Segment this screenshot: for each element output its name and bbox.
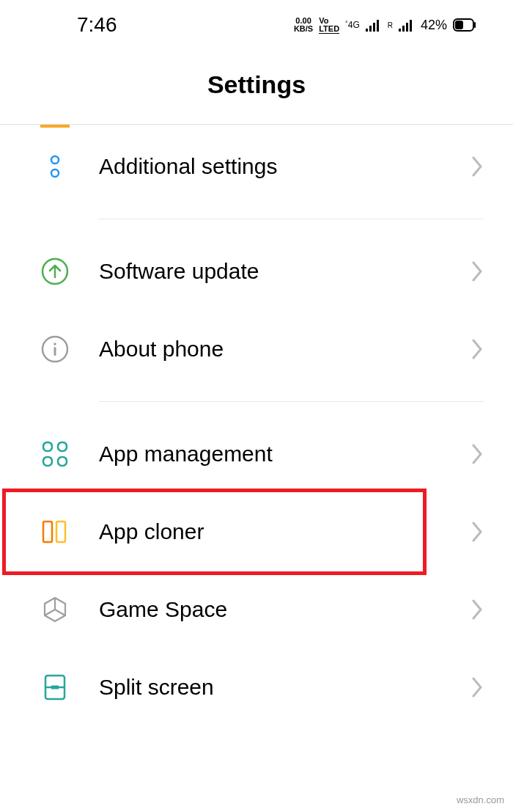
svg-rect-6 (406, 23, 408, 32)
software-update-icon (40, 257, 70, 286)
app-cloner-icon (40, 517, 70, 546)
volte-indicator: Vo LTED (319, 17, 339, 34)
chevron-right-icon (472, 339, 484, 359)
status-indicators: 0.00 KB/S Vo LTED °4G R 42% (294, 17, 476, 34)
section-divider (99, 401, 484, 402)
battery-percentage: 42% (421, 18, 447, 33)
watermark: wsxdn.com (454, 794, 507, 806)
svg-rect-3 (377, 20, 379, 32)
svg-rect-10 (474, 22, 476, 28)
svg-rect-4 (399, 29, 401, 32)
svg-rect-5 (402, 26, 405, 32)
setting-label: Additional settings (99, 154, 472, 179)
setting-item-split-screen[interactable]: Split screen (0, 648, 513, 726)
setting-label: Split screen (99, 675, 472, 700)
app-management-icon (40, 439, 70, 469)
status-time: 7:46 (77, 13, 117, 37)
svg-rect-18 (56, 522, 65, 542)
setting-item-software-update[interactable]: Software update (0, 233, 513, 310)
status-bar: 7:46 0.00 KB/S Vo LTED °4G R 42% (0, 0, 513, 50)
split-screen-icon (40, 673, 70, 702)
chevron-right-icon (472, 599, 484, 620)
additional-settings-icon (40, 152, 70, 181)
setting-item-additional[interactable]: Additional settings (0, 128, 513, 205)
chevron-right-icon (472, 261, 484, 282)
svg-rect-7 (410, 20, 412, 32)
setting-label: Game Space (99, 597, 472, 622)
signal-icon (366, 18, 382, 32)
svg-rect-17 (43, 522, 52, 542)
setting-label: App cloner (99, 519, 472, 544)
data-speed-indicator: 0.00 KB/S (294, 17, 313, 33)
setting-label: About phone (99, 337, 472, 362)
setting-label: App management (99, 442, 472, 467)
page-title: Settings (0, 70, 513, 99)
svg-rect-2 (373, 23, 375, 32)
settings-list: Additional settings Software update Abou… (0, 125, 513, 726)
chevron-right-icon (472, 522, 484, 542)
signal-icon-2 (399, 18, 415, 32)
chevron-right-icon (472, 444, 484, 464)
chevron-right-icon (472, 156, 484, 177)
setting-item-game-space[interactable]: Game Space (0, 571, 513, 648)
chevron-right-icon (472, 677, 484, 698)
roaming-indicator: R (388, 21, 393, 29)
about-phone-icon (40, 334, 70, 364)
svg-point-15 (53, 343, 56, 345)
network-4g-indicator: °4G (345, 20, 360, 30)
svg-rect-1 (369, 26, 372, 32)
game-space-icon (40, 595, 70, 624)
svg-rect-16 (54, 347, 56, 356)
battery-icon (453, 18, 476, 32)
setting-item-about-phone[interactable]: About phone (0, 310, 513, 388)
svg-rect-0 (366, 29, 368, 32)
setting-label: Software update (99, 259, 472, 284)
setting-item-app-cloner[interactable]: App cloner (0, 493, 513, 571)
svg-point-12 (51, 169, 59, 177)
svg-point-11 (51, 156, 59, 164)
setting-item-app-management[interactable]: App management (0, 415, 513, 493)
svg-rect-9 (455, 21, 463, 29)
page-header: Settings (0, 50, 513, 124)
section-divider (99, 219, 484, 219)
